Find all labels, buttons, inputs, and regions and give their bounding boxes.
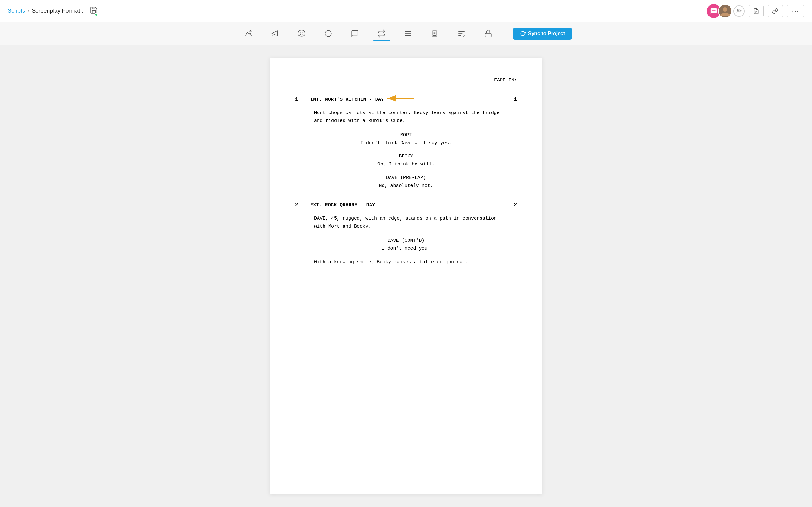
dialogue-text-becky: Oh, I think he will. [320, 160, 492, 169]
svg-point-1 [723, 7, 727, 12]
header-right: ··· [707, 4, 804, 18]
toolbar-item-arc[interactable] [320, 26, 337, 41]
revisions-arrows-icon [377, 29, 386, 38]
header: Scripts › Screenplay Format .. [0, 0, 812, 22]
dialogue-text-dave-prelap: No, absolutely not. [320, 182, 492, 190]
toolbar-item-format[interactable] [400, 26, 416, 41]
scene-heading-left-1: 1 INT. MORT'S KITCHEN - DAY [295, 96, 384, 104]
pages-icon [430, 29, 439, 38]
main-content: FADE IN: 1 INT. MORT'S KITCHEN - DAY [0, 45, 812, 507]
header-left: Scripts › Screenplay Format .. [8, 6, 98, 16]
character-name-dave-prelap: DAVE (PRE-LAP) [295, 174, 517, 182]
sync-to-project-button[interactable]: Sync to Project [513, 27, 572, 40]
more-options-button[interactable]: ··· [786, 5, 804, 17]
speech-bubble-icon [351, 29, 359, 38]
user-avatar[interactable] [718, 4, 732, 18]
arrow-annotation [384, 92, 415, 107]
fade-in-text: FADE IN: [295, 77, 517, 84]
breadcrumb-chevron: › [28, 8, 29, 14]
mask-icon [297, 29, 306, 38]
scene-number-right-1: 1 [514, 96, 517, 104]
save-status-dot [95, 13, 98, 16]
svg-point-14 [325, 31, 332, 37]
character-name-dave-contd: DAVE (CONT'D) [295, 237, 517, 245]
toolbar-item-scenes[interactable] [240, 26, 257, 41]
lock-icon [484, 29, 493, 38]
svg-point-7 [250, 31, 251, 32]
svg-point-2 [738, 9, 740, 11]
scene-heading-1: 1 INT. MORT'S KITCHEN - DAY [295, 96, 517, 104]
toolbar-item-characters[interactable] [267, 26, 283, 41]
character-name-becky: BECKY [295, 153, 517, 160]
dialogue-text-mort: I don't think Dave will say yes. [320, 139, 492, 147]
svg-rect-25 [485, 33, 491, 37]
sync-button-label: Sync to Project [528, 31, 565, 37]
scene-number-2: 2 [295, 201, 303, 210]
scene-heading-text-2: EXT. ROCK QUARRY - DAY [310, 202, 375, 209]
toolbar-item-sort[interactable] [453, 26, 470, 41]
svg-line-11 [272, 35, 273, 36]
sort-icon [457, 29, 466, 38]
scene-block-1: 1 INT. MORT'S KITCHEN - DAY [295, 96, 517, 190]
avatar-group [707, 4, 745, 18]
dialogue-text-dave-contd: I don't need you. [320, 245, 492, 253]
toolbar-item-pages[interactable] [426, 26, 443, 41]
scene-number-right-2: 2 [514, 201, 517, 210]
toolbar-item-lock[interactable] [480, 26, 496, 41]
add-collaborator-button[interactable] [733, 5, 745, 17]
breadcrumb-scripts[interactable]: Scripts [8, 8, 25, 14]
megaphone-icon [270, 29, 280, 38]
scene-heading-2: 2 EXT. ROCK QUARRY - DAY 2 [295, 201, 517, 210]
avatar-image [719, 5, 731, 17]
toolbar-item-mask[interactable] [293, 26, 310, 41]
scene-heading-left-2: 2 EXT. ROCK QUARRY - DAY [295, 201, 375, 210]
mountain-icon [244, 29, 253, 38]
save-button[interactable] [90, 6, 98, 16]
breadcrumb-title: Screenplay Format .. [32, 8, 85, 14]
dialogue-dave-prelap: DAVE (PRE-LAP) No, absolutely not. [295, 174, 517, 190]
toolbar-item-notes[interactable] [347, 26, 363, 41]
scene-action-2: DAVE, 45, rugged, with an edge, stands o… [314, 215, 517, 231]
dialogue-mort: MORT I don't think Dave will say yes. [295, 131, 517, 147]
scene-action-2b: With a knowing smile, Becky raises a tat… [314, 258, 517, 267]
toolbar-item-revisions[interactable] [373, 26, 390, 41]
link-button[interactable] [768, 5, 783, 17]
arc-icon [324, 29, 333, 38]
toolbar: Sync to Project [0, 22, 812, 45]
lines-icon [404, 29, 413, 38]
dialogue-becky: BECKY Oh, I think he will. [295, 153, 517, 169]
scene-action-1: Mort chops carrots at the counter. Becky… [314, 109, 517, 125]
dialogue-dave-contd: DAVE (CONT'D) I don't need you. [295, 237, 517, 253]
pdf-button[interactable] [749, 5, 764, 17]
ellipsis-icon: ··· [792, 7, 799, 14]
scene-number-1: 1 [295, 96, 303, 104]
character-name-mort: MORT [295, 131, 517, 139]
scene-heading-text-1: INT. MORT'S KITCHEN - DAY [310, 96, 384, 104]
screenplay-document: FADE IN: 1 INT. MORT'S KITCHEN - DAY [270, 58, 542, 494]
scene-block-2: 2 EXT. ROCK QUARRY - DAY 2 DAVE, 45, rug… [295, 201, 517, 267]
